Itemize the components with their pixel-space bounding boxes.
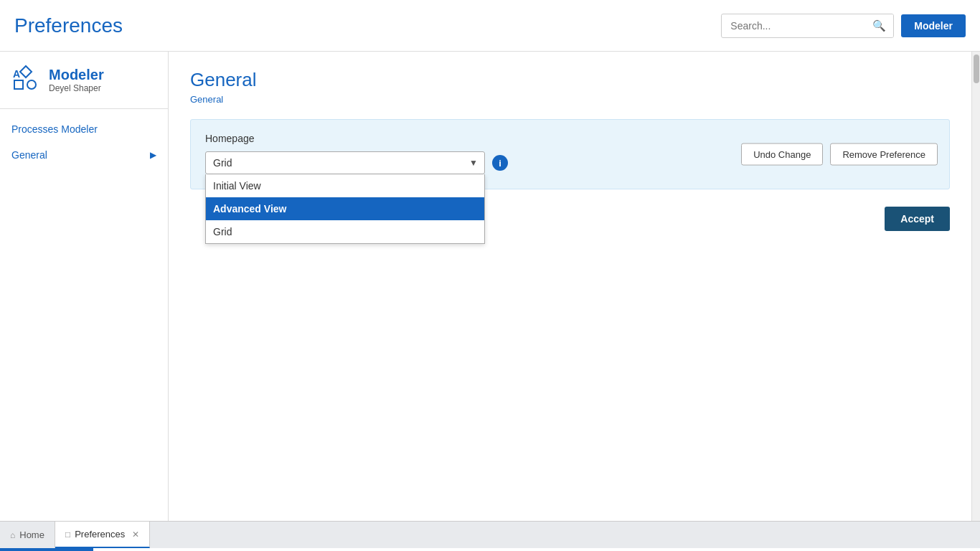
- search-button[interactable]: 🔍: [865, 14, 893, 37]
- main-layout: A Modeler Deyel Shaper Processes Modeler: [0, 52, 980, 521]
- undo-change-button[interactable]: Undo Change: [741, 143, 823, 166]
- sidebar-item-label-general: General: [11, 149, 47, 161]
- page-title: Preferences: [14, 14, 721, 37]
- dropdown-option-advanced-view[interactable]: Advanced View: [206, 197, 484, 220]
- svg-marker-1: [20, 66, 32, 77]
- preference-panel: Homepage Initial View Advanced View Grid…: [190, 119, 950, 189]
- svg-rect-2: [14, 80, 23, 89]
- footer-tab-preferences[interactable]: □ Preferences ✕: [55, 522, 150, 548]
- main-content: General General Homepage Initial View Ad…: [169, 52, 971, 521]
- square-icon: □: [65, 529, 70, 540]
- footer-tab-home[interactable]: ⌂ Home: [0, 522, 55, 548]
- breadcrumb: General: [190, 94, 950, 105]
- footer-tab-preferences-label: Preferences: [75, 529, 125, 540]
- footer-bottom-bar: [0, 548, 93, 551]
- scrollbar-track[interactable]: [971, 52, 980, 521]
- sidebar-profile-name: Modeler: [49, 67, 104, 83]
- chevron-right-icon: ▶: [150, 150, 156, 160]
- select-wrapper: Initial View Advanced View Grid ▼ Initia…: [205, 151, 485, 174]
- content-title: General: [190, 69, 950, 91]
- footer: ⌂ Home □ Preferences ✕: [0, 521, 980, 551]
- header: Preferences 🔍 Modeler: [0, 0, 980, 52]
- sidebar-item-general[interactable]: General ▶: [0, 142, 168, 168]
- svg-point-3: [27, 80, 36, 89]
- close-tab-icon[interactable]: ✕: [132, 529, 139, 540]
- scrollbar-thumb[interactable]: [974, 55, 979, 83]
- dropdown-option-initial-view[interactable]: Initial View: [206, 174, 484, 197]
- sidebar-profile-sub: Deyel Shaper: [49, 83, 104, 93]
- sidebar-profile-info: Modeler Deyel Shaper: [49, 67, 104, 93]
- sidebar-item-label-processes: Processes Modeler: [11, 123, 98, 135]
- sidebar-nav: Processes Modeler General ▶: [0, 109, 168, 175]
- panel-actions: Undo Change Remove Preference: [741, 143, 938, 166]
- dropdown-list: Initial View Advanced View Grid: [205, 174, 485, 244]
- accept-button[interactable]: Accept: [885, 207, 950, 231]
- preference-row: Initial View Advanced View Grid ▼ Initia…: [205, 151, 935, 174]
- sidebar-profile: A Modeler Deyel Shaper: [0, 52, 168, 109]
- footer-tab-home-label: Home: [19, 529, 44, 540]
- sidebar: A Modeler Deyel Shaper Processes Modeler: [0, 52, 169, 521]
- info-icon[interactable]: i: [492, 155, 508, 171]
- modeler-button[interactable]: Modeler: [901, 14, 966, 37]
- dropdown-option-grid[interactable]: Grid: [206, 220, 484, 243]
- remove-preference-button[interactable]: Remove Preference: [830, 143, 938, 166]
- sidebar-item-processes-modeler[interactable]: Processes Modeler: [0, 116, 168, 142]
- home-icon: ⌂: [10, 530, 15, 540]
- search-input[interactable]: [722, 15, 865, 37]
- modeler-icon: A: [11, 65, 40, 95]
- search-container: 🔍: [721, 14, 894, 38]
- homepage-select[interactable]: Initial View Advanced View Grid: [205, 151, 485, 174]
- svg-text:A: A: [13, 68, 20, 80]
- footer-tabs: ⌂ Home □ Preferences ✕: [0, 521, 980, 548]
